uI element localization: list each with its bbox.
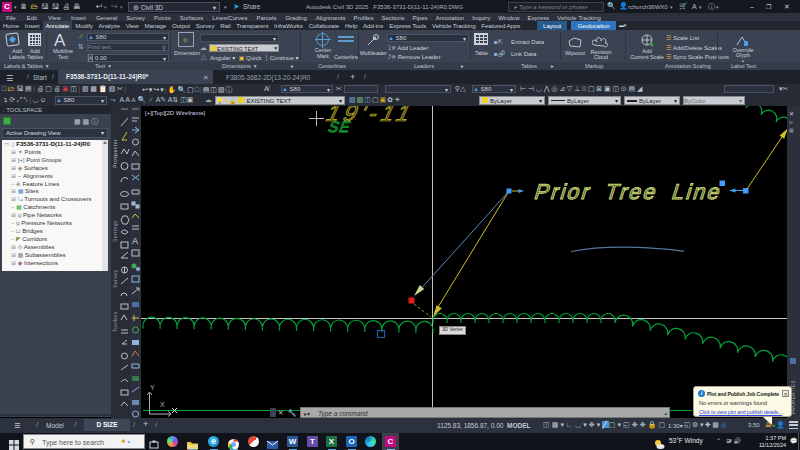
svg-text:[+][Top][2D Wireframe]: [+][Top][2D Wireframe]: [145, 110, 206, 116]
svg-text:Prior Tree Line: Prior Tree Line: [532, 179, 726, 203]
svg-text:SE: SE: [326, 118, 354, 134]
svg-text:X: X: [160, 401, 165, 408]
svg-text:Y: Y: [150, 384, 155, 391]
